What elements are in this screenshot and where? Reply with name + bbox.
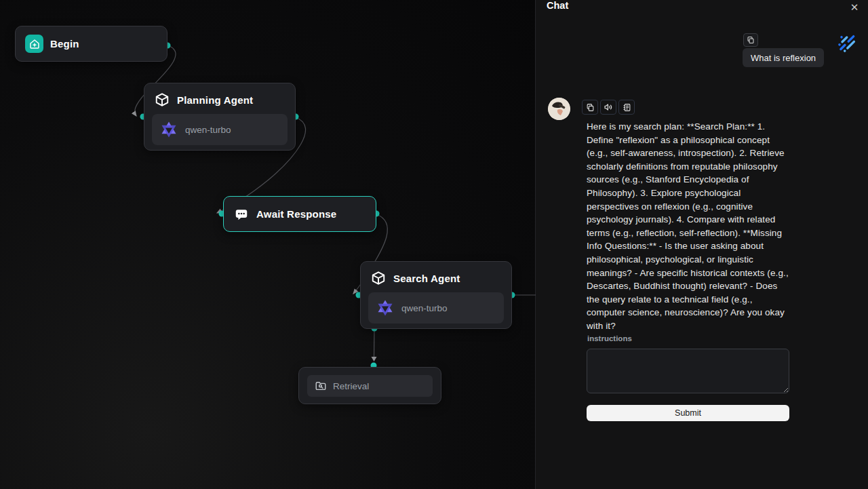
submit-button[interactable]: Submit [587, 405, 789, 421]
home-plus-icon [25, 35, 43, 53]
node-title: Begin [50, 38, 79, 50]
log-icon[interactable] [618, 100, 635, 115]
node-title: Search Agent [393, 273, 460, 284]
node-planning-agent[interactable]: Planning Agent qwen-turbo [144, 83, 296, 151]
cube-icon [370, 270, 387, 286]
model-chip[interactable]: qwen-turbo [152, 114, 288, 145]
close-icon[interactable]: ✕ [848, 1, 861, 14]
user-avatar-logo [835, 33, 856, 56]
assistant-avatar [548, 98, 570, 120]
qwen-logo-icon [159, 120, 178, 139]
node-retrieval[interactable]: Retrieval [298, 367, 441, 404]
model-chip[interactable]: qwen-turbo [368, 292, 504, 324]
assistant-message-text: Here is my search plan: **Search Plan:**… [587, 120, 791, 333]
instructions-label: instructions [587, 334, 632, 343]
node-title: Retrieval [333, 381, 369, 391]
agent-flow-app: Begin Planning Agent qw [0, 0, 868, 489]
folder-search-icon [314, 380, 327, 393]
node-title: Await Response [256, 208, 336, 220]
qwen-logo-icon [376, 298, 395, 317]
workflow-canvas[interactable]: Begin Planning Agent qw [0, 0, 536, 489]
copy-icon[interactable] [582, 100, 598, 115]
message-dots-icon [233, 206, 250, 222]
chat-panel: Chat ✕ What is reflexion [536, 0, 868, 489]
cube-icon [154, 92, 170, 108]
edges-layer [0, 0, 536, 489]
user-message-bubble: What is reflexion [743, 48, 824, 67]
speaker-icon[interactable] [600, 100, 616, 115]
instructions-textarea[interactable] [587, 349, 789, 393]
user-message-text: What is reflexion [751, 53, 816, 63]
node-await-response[interactable]: Await Response [223, 196, 376, 232]
node-search-agent[interactable]: Search Agent qwen-turbo [360, 261, 512, 329]
retrieval-chip[interactable]: Retrieval [307, 375, 433, 397]
node-title: Planning Agent [177, 94, 253, 106]
assistant-message-toolbar [582, 100, 635, 115]
model-name: qwen-turbo [185, 125, 231, 135]
chat-panel-title: Chat [547, 0, 568, 11]
copy-icon[interactable] [743, 33, 758, 47]
edge-search-retrieval [374, 329, 375, 357]
node-begin[interactable]: Begin [15, 26, 167, 62]
model-name: qwen-turbo [401, 303, 448, 313]
